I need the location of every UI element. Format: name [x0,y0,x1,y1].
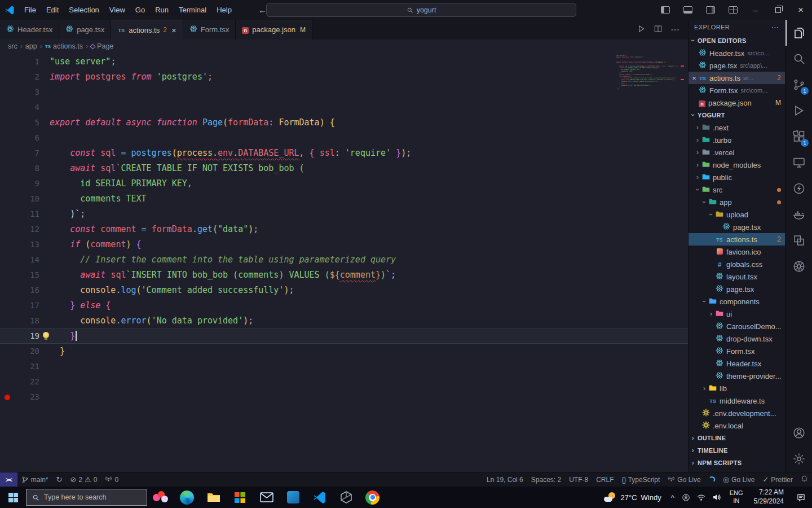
code-line[interactable]: 20 } [0,344,688,359]
tree-item-globals.css[interactable]: #globals.css [689,258,785,270]
menu-edit[interactable]: Edit [41,0,64,20]
breadcrumb-item-app[interactable]: app [25,42,37,50]
tree-item-.vercel[interactable]: ›.vercel [689,146,785,159]
back-arrow-icon[interactable]: ← [258,5,267,15]
tree-item-actions.ts[interactable]: TSactions.ts2 [689,233,785,246]
search-icon[interactable] [785,46,812,72]
tab-package.json[interactable]: npackage.jsonM [236,20,312,40]
tab-Form.tsx[interactable]: Form.tsx [183,20,236,40]
restore-button[interactable] [767,0,789,20]
code-line[interactable]: 22 [0,374,688,389]
run-file-icon[interactable] [637,24,646,35]
status-prettier[interactable]: ✓Prettier [758,472,797,487]
gutter-glyph-margin[interactable] [0,313,15,329]
gutter-glyph-margin[interactable] [0,69,15,85]
tree-item-favicon.ico[interactable]: favicon.ico [689,246,785,258]
meet-now-icon[interactable] [678,493,694,502]
split-editor-icon[interactable] [654,24,663,35]
code-line[interactable]: 14 // Insert the comment into the table … [0,252,688,268]
tree-item-node_modules[interactable]: ›node_modules [689,159,785,171]
code-line[interactable]: 9 id SERIAL PRIMARY KEY, [0,176,688,191]
tree-item-app[interactable]: ›app [689,196,785,208]
code-line[interactable]: 18 console.error('No data provided'); [0,313,688,329]
tree-item-ui[interactable]: ›ui [689,308,785,320]
gutter-glyph-margin[interactable] [0,222,15,237]
gutter-glyph-margin[interactable] [0,374,15,389]
gutter-glyph-margin[interactable] [0,344,15,359]
code-line[interactable]: 2import postgres from 'postgres'; [0,69,688,85]
breadcrumb-item-Page[interactable]: Page [91,42,113,50]
account-icon[interactable] [785,420,812,446]
section-project-yogurt[interactable]: ›YOGURT [689,109,785,121]
tree-item-CarouselDemo....[interactable]: CarouselDemo.... [689,320,785,332]
weather-widget[interactable]: 27°C Windy [598,492,667,503]
start-button[interactable] [0,487,26,508]
tree-item-theme-provider...[interactable]: theme-provider... [689,370,785,382]
tab-page.tsx[interactable]: page.tsx [59,20,111,40]
breakpoint-icon[interactable] [5,395,10,400]
explorer-icon[interactable] [785,20,812,46]
code-line[interactable]: 7 const sql = postgres(process.env.DATAB… [0,146,688,161]
settings-icon[interactable] [785,446,812,472]
language-indicator[interactable]: ENG IN [725,489,748,505]
tree-item-.next[interactable]: ›.next [689,121,785,134]
code-line[interactable]: 3 [0,85,688,100]
breadcrumb-item-actions.ts[interactable]: TSactions.ts [45,42,83,50]
store-taskbar-icon[interactable] [227,487,253,508]
tray-overflow-icon[interactable]: ^ [667,493,678,502]
status-notifications[interactable] [797,472,812,487]
status-encoding[interactable]: UTF-8 [565,472,592,487]
unity-taskbar-icon[interactable] [333,487,359,508]
menu-run[interactable]: Run [150,0,174,20]
customize-layout-icon[interactable] [722,0,744,20]
tree-item-middleware.ts[interactable]: TSmiddleware.ts [689,395,785,407]
close-icon[interactable]: × [690,74,699,82]
code-line[interactable]: 12 const comment = formData.get("data"); [0,222,688,237]
run-debug-icon[interactable] [785,98,812,124]
candy-crush-taskbar-icon[interactable] [147,487,174,508]
gutter-glyph-margin[interactable] [0,146,15,161]
tree-item-.env.local[interactable]: .env.local [689,419,785,432]
section-timeline[interactable]: ›TIMELINE [689,444,785,457]
tree-item-.turbo[interactable]: ›.turbo [689,134,785,146]
code-line[interactable]: 19 } [0,329,688,344]
tree-item-Form.tsx[interactable]: Form.tsx [689,345,785,357]
gutter-glyph-margin[interactable] [0,359,15,374]
remote-explorer-icon[interactable] [785,150,812,176]
source-control-icon[interactable]: 1 [785,72,812,98]
code-line[interactable]: 10 comments TEXT [0,191,688,207]
menu-terminal[interactable]: Terminal [174,0,211,20]
code-line[interactable]: 21 [0,359,688,374]
explorer-more-actions-icon[interactable]: ⋯ [771,23,779,32]
minimize-button[interactable]: – [744,0,767,20]
status-sync[interactable]: ↻ [52,472,67,487]
section-outline[interactable]: ›OUTLINE [689,432,785,444]
section-npm-scripts[interactable]: ›NPM SCRIPTS [689,457,785,469]
menu-selection[interactable]: Selection [64,0,104,20]
code-line[interactable]: 13 if (comment) { [0,237,688,252]
gutter-glyph-margin[interactable] [0,161,15,176]
close-button[interactable]: × [789,0,812,20]
open-editor-Form.tsx[interactable]: Form.tsxsrc\com... [689,84,785,97]
tab-Header.tsx[interactable]: Header.tsx [0,20,59,40]
command-center-search[interactable]: yogurt [266,3,576,17]
media-taskbar-icon[interactable] [280,487,306,508]
code-line[interactable]: 16 console.log('Comment added successful… [0,283,688,298]
toggle-panel-icon[interactable] [677,0,699,20]
lightbulb-icon[interactable] [43,332,49,338]
chrome-taskbar-icon[interactable] [359,487,386,508]
gutter-glyph-margin[interactable] [0,283,15,298]
gutter-glyph-margin[interactable] [0,130,15,146]
gutter-glyph-margin[interactable] [0,268,15,283]
tree-item-.env.development...[interactable]: .env.development... [689,407,785,419]
tree-item-upload[interactable]: ›upload [689,208,785,221]
tree-item-lib[interactable]: ›lib [689,382,785,395]
file-explorer-taskbar-icon[interactable] [200,487,227,508]
gutter-glyph-margin[interactable] [0,115,15,130]
code-line[interactable]: 8 await sql`CREATE TABLE IF NOT EXISTS b… [0,161,688,176]
code-line[interactable]: 11 )`; [0,207,688,222]
code-line[interactable]: 1"use server"; [0,54,688,69]
code-line[interactable]: 6 [0,130,688,146]
menu-help[interactable]: Help [211,0,237,20]
status-remote[interactable]: >< [0,472,17,487]
